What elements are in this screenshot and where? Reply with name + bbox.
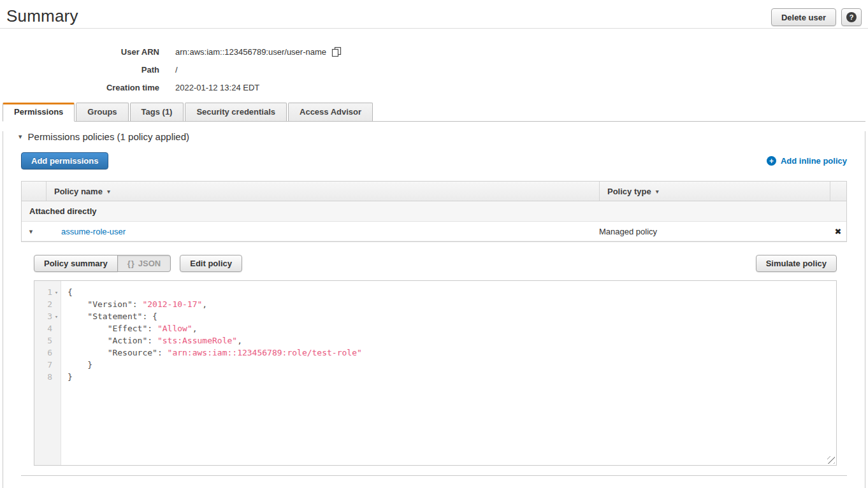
fold-icon[interactable]: ▾: [52, 286, 61, 298]
tab-bar: Permissions Groups Tags (1) Security cre…: [3, 103, 865, 122]
permissions-policies-section-header[interactable]: ▾ Permissions policies (1 policy applied…: [18, 131, 850, 142]
policy-view-toggle: Policy summary {} JSON: [34, 255, 171, 272]
json-policy-editor[interactable]: 1▾23▾45678 { "Version": "2012-10-17", "S…: [34, 280, 837, 466]
creation-time-label: Creation time: [0, 83, 159, 92]
expand-row-icon[interactable]: ▾: [22, 227, 40, 236]
policy-name-column-header[interactable]: Policy name ▾: [46, 182, 599, 201]
path-value: /: [175, 65, 178, 75]
edit-policy-button[interactable]: Edit policy: [180, 255, 242, 272]
line-number: 2: [34, 298, 61, 310]
fold-placeholder: [52, 359, 61, 371]
attached-directly-group-row: Attached directly: [22, 201, 846, 222]
page-header: Summary Delete user ?: [0, 0, 868, 29]
line-number: 7: [34, 359, 61, 371]
line-number: 5: [34, 334, 61, 347]
code-line: "Effect": "Allow",: [68, 322, 836, 334]
user-arn-text: arn:aws:iam::123456789:user/user-name: [175, 47, 326, 57]
sort-icon: ▾: [656, 188, 659, 195]
add-permissions-button[interactable]: Add permissions: [21, 152, 108, 169]
policy-row-assume-role-user: ▾ assume-role-user Managed policy ✖: [22, 222, 846, 241]
policy-table: Policy name ▾ Policy type ▾ Attached dir…: [21, 181, 847, 242]
code-line: "Version": "2012-10-17",: [68, 298, 836, 310]
fold-placeholder: [52, 322, 61, 334]
policy-detail-panel: Policy summary {} JSON Edit policy Simul…: [21, 242, 847, 476]
policy-summary-button[interactable]: Policy summary: [34, 255, 118, 272]
code-line: }: [68, 371, 836, 383]
tab-permissions[interactable]: Permissions: [3, 103, 75, 122]
page-title: Summary: [6, 6, 78, 26]
policy-type-header-label: Policy type: [607, 187, 651, 196]
tab-groups[interactable]: Groups: [76, 103, 128, 122]
code-line: {: [68, 286, 836, 298]
permissions-policies-title: Permissions policies (1 policy applied): [28, 131, 189, 142]
user-arn-label: User ARN: [0, 47, 159, 57]
detail-row-path: Path /: [0, 61, 868, 78]
line-number: 4: [34, 322, 61, 334]
code-line: "Action": "sts:AssumeRole",: [68, 334, 836, 347]
fold-placeholder: [52, 347, 61, 359]
creation-time-value: 2022-01-12 13:24 EDT: [175, 83, 259, 92]
permissions-tab-panel: ▾ Permissions policies (1 policy applied…: [3, 131, 865, 488]
fold-placeholder: [52, 371, 61, 383]
copy-icon[interactable]: [331, 47, 342, 57]
plus-circle-icon: +: [767, 156, 776, 166]
detach-policy-icon[interactable]: ✖: [830, 227, 846, 236]
fold-placeholder: [52, 298, 61, 310]
tab-access-advisor[interactable]: Access Advisor: [288, 103, 373, 122]
braces-icon: {}: [127, 259, 135, 268]
user-arn-value: arn:aws:iam::123456789:user/user-name: [175, 47, 342, 57]
fold-icon[interactable]: ▾: [52, 310, 61, 322]
line-number: 6: [34, 347, 61, 359]
json-view-button[interactable]: {} JSON: [117, 255, 171, 272]
policy-table-header: Policy name ▾ Policy type ▾: [22, 182, 846, 201]
tab-tags[interactable]: Tags (1): [130, 103, 184, 122]
add-inline-policy-link[interactable]: + Add inline policy: [767, 156, 847, 166]
editor-resize-handle[interactable]: [827, 456, 835, 464]
json-button-label: JSON: [138, 259, 161, 268]
policy-name-header-label: Policy name: [54, 187, 103, 196]
policy-actions-row: Add permissions + Add inline policy: [21, 152, 847, 169]
simulate-policy-button[interactable]: Simulate policy: [756, 255, 837, 272]
tab-security-credentials[interactable]: Security credentials: [185, 103, 287, 122]
delete-user-button[interactable]: Delete user: [771, 8, 836, 26]
fold-placeholder: [52, 334, 61, 347]
line-number: 8: [34, 371, 61, 383]
expand-column-header: [22, 182, 46, 201]
collapse-section-icon: ▾: [18, 133, 22, 141]
policy-type-column-header[interactable]: Policy type ▾: [599, 182, 830, 201]
editor-code[interactable]: { "Version": "2012-10-17", "Statement": …: [61, 281, 836, 465]
help-button[interactable]: ?: [841, 8, 862, 26]
policy-name-cell: assume-role-user: [46, 227, 599, 236]
policy-detail-toolbar: Policy summary {} JSON Edit policy Simul…: [34, 255, 837, 272]
actions-column-header: [830, 182, 846, 201]
detail-row-creation-time: Creation time 2022-01-12 13:24 EDT: [0, 78, 868, 96]
code-line: "Resource": "arn:aws:iam::123456789:role…: [68, 347, 836, 359]
sort-icon: ▾: [107, 188, 110, 195]
line-number[interactable]: 3▾: [34, 310, 61, 322]
line-number[interactable]: 1▾: [34, 286, 61, 298]
header-actions: Delete user ?: [771, 6, 862, 26]
code-line: "Statement": {: [68, 310, 836, 322]
policy-type-cell: Managed policy: [599, 227, 830, 236]
path-label: Path: [0, 65, 159, 75]
code-line: }: [68, 359, 836, 371]
detail-row-user-arn: User ARN arn:aws:iam::123456789:user/use…: [0, 43, 868, 61]
user-details: User ARN arn:aws:iam::123456789:user/use…: [0, 43, 868, 96]
help-icon: ?: [846, 12, 857, 22]
editor-gutter: 1▾23▾45678: [34, 281, 61, 465]
policy-link-assume-role-user[interactable]: assume-role-user: [61, 227, 126, 236]
add-inline-policy-label: Add inline policy: [781, 156, 847, 166]
